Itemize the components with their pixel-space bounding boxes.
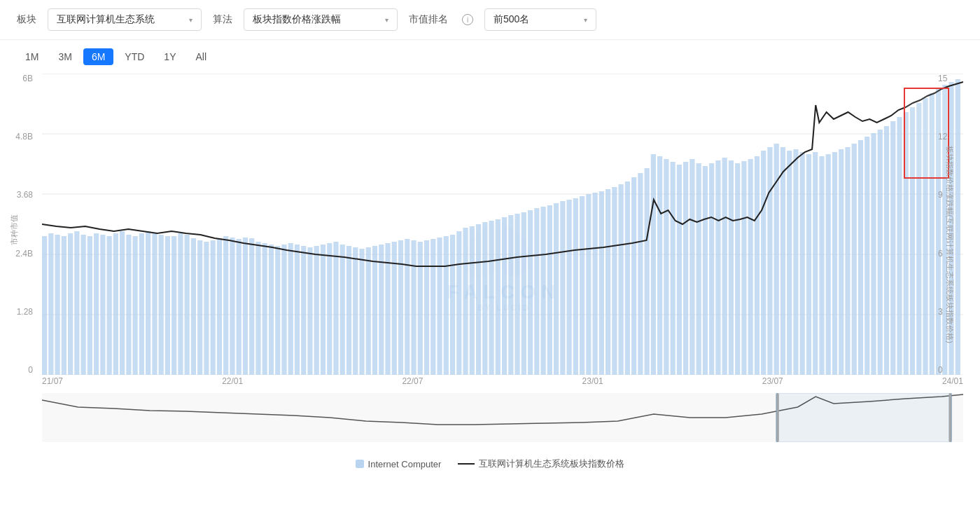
svg-rect-77 xyxy=(502,217,507,375)
sector-select[interactable]: 互联网计算机生态系统 ▾ xyxy=(48,8,202,31)
svg-rect-34 xyxy=(223,236,228,375)
svg-rect-76 xyxy=(496,219,500,375)
y-left-3: 3.68 xyxy=(17,190,33,200)
svg-rect-8 xyxy=(55,235,60,375)
svg-rect-23 xyxy=(152,233,157,375)
svg-rect-133 xyxy=(864,137,869,375)
svg-rect-64 xyxy=(418,242,423,375)
time-btn-all[interactable]: All xyxy=(187,48,215,65)
mini-chart[interactable] xyxy=(42,393,963,442)
time-btn-1m[interactable]: 1M xyxy=(17,48,47,65)
svg-rect-32 xyxy=(211,240,216,375)
svg-rect-82 xyxy=(534,208,539,375)
svg-rect-102 xyxy=(664,159,668,375)
time-btn-ytd[interactable]: YTD xyxy=(116,48,153,65)
y-left-2: 2.4B xyxy=(15,249,33,259)
svg-rect-94 xyxy=(612,187,617,375)
x-axis-labels: 21/07 22/01 22/07 23/01 23/07 24/01 xyxy=(42,375,963,387)
svg-rect-134 xyxy=(871,133,876,375)
svg-rect-35 xyxy=(230,238,234,375)
svg-rect-46 xyxy=(301,246,306,375)
svg-rect-129 xyxy=(839,149,844,375)
svg-rect-127 xyxy=(826,154,831,375)
svg-rect-27 xyxy=(178,233,183,375)
svg-rect-69 xyxy=(450,235,455,375)
svg-rect-107 xyxy=(696,163,701,375)
svg-rect-117 xyxy=(761,151,766,375)
svg-rect-98 xyxy=(638,173,643,375)
svg-rect-96 xyxy=(625,181,630,375)
time-btn-6m[interactable]: 6M xyxy=(83,48,113,65)
svg-rect-92 xyxy=(599,191,604,375)
svg-rect-56 xyxy=(366,247,371,375)
svg-rect-10 xyxy=(68,233,73,375)
svg-rect-89 xyxy=(580,196,584,375)
svg-rect-24 xyxy=(159,235,164,375)
svg-rect-26 xyxy=(172,236,176,375)
svg-rect-67 xyxy=(437,238,442,375)
info-icon[interactable]: i xyxy=(462,14,473,25)
x-label-2401: 24/01 xyxy=(942,376,963,386)
svg-rect-41 xyxy=(269,245,274,375)
svg-rect-43 xyxy=(281,245,286,375)
y-left-0: 0 xyxy=(28,365,33,375)
svg-rect-132 xyxy=(858,140,863,375)
time-btn-3m[interactable]: 3M xyxy=(50,48,80,65)
chevron-down-icon-3: ▾ xyxy=(584,16,587,24)
svg-rect-109 xyxy=(709,163,714,375)
time-range-bar: 1M 3M 6M YTD 1Y All xyxy=(0,40,980,74)
svg-rect-120 xyxy=(780,147,785,375)
svg-rect-99 xyxy=(645,168,650,375)
svg-rect-124 xyxy=(806,154,811,375)
svg-rect-143 xyxy=(930,93,934,375)
chart-container: 市种市值 0 1.28 2.4B 3.68 4.8B 6B xyxy=(0,74,980,452)
svg-rect-7 xyxy=(48,233,53,375)
svg-rect-9 xyxy=(62,236,66,375)
marketcap-label: 市值排名 xyxy=(409,13,448,26)
svg-rect-6 xyxy=(42,236,47,375)
mini-chart-svg xyxy=(42,393,963,442)
svg-rect-80 xyxy=(522,212,526,375)
algorithm-select[interactable]: 板块指数价格涨跌幅 ▾ xyxy=(244,8,398,31)
svg-rect-14 xyxy=(94,233,99,375)
x-label-2301: 23/01 xyxy=(582,376,603,386)
svg-rect-81 xyxy=(528,210,533,375)
svg-rect-125 xyxy=(813,152,818,375)
svg-rect-51 xyxy=(333,242,338,375)
svg-rect-151 xyxy=(776,393,952,442)
y-left-1: 1.28 xyxy=(17,307,33,317)
svg-rect-118 xyxy=(767,147,772,375)
svg-rect-137 xyxy=(890,121,895,375)
svg-rect-111 xyxy=(722,158,727,375)
svg-rect-30 xyxy=(197,240,202,375)
svg-rect-52 xyxy=(340,245,345,375)
sector-label: 板块 xyxy=(17,13,36,26)
svg-rect-45 xyxy=(295,245,300,375)
svg-rect-71 xyxy=(463,228,468,375)
svg-rect-95 xyxy=(619,184,624,375)
main-chart-svg xyxy=(42,74,963,375)
x-label-2207: 22/07 xyxy=(402,376,423,386)
y-right-0: 0 xyxy=(938,365,943,375)
svg-rect-114 xyxy=(741,161,746,375)
svg-rect-83 xyxy=(540,207,545,375)
legend-item-1: Internet Computer xyxy=(356,459,442,469)
svg-rect-106 xyxy=(690,159,694,375)
x-label-2107: 21/07 xyxy=(42,376,63,386)
svg-rect-105 xyxy=(683,162,688,375)
svg-rect-22 xyxy=(146,231,150,375)
svg-rect-142 xyxy=(923,98,927,375)
algorithm-value: 板块指数价格涨跌幅 xyxy=(253,13,341,26)
time-btn-1y[interactable]: 1Y xyxy=(155,48,184,65)
svg-rect-18 xyxy=(120,231,125,375)
marketcap-select[interactable]: 前500名 ▾ xyxy=(484,8,596,31)
svg-rect-101 xyxy=(657,156,662,375)
svg-rect-20 xyxy=(133,236,138,375)
svg-rect-21 xyxy=(139,233,144,375)
y-right-12: 12 xyxy=(938,132,947,142)
svg-rect-85 xyxy=(554,203,559,375)
svg-rect-93 xyxy=(606,189,610,375)
svg-rect-72 xyxy=(470,226,475,375)
svg-rect-36 xyxy=(237,239,241,375)
svg-rect-63 xyxy=(411,240,416,375)
